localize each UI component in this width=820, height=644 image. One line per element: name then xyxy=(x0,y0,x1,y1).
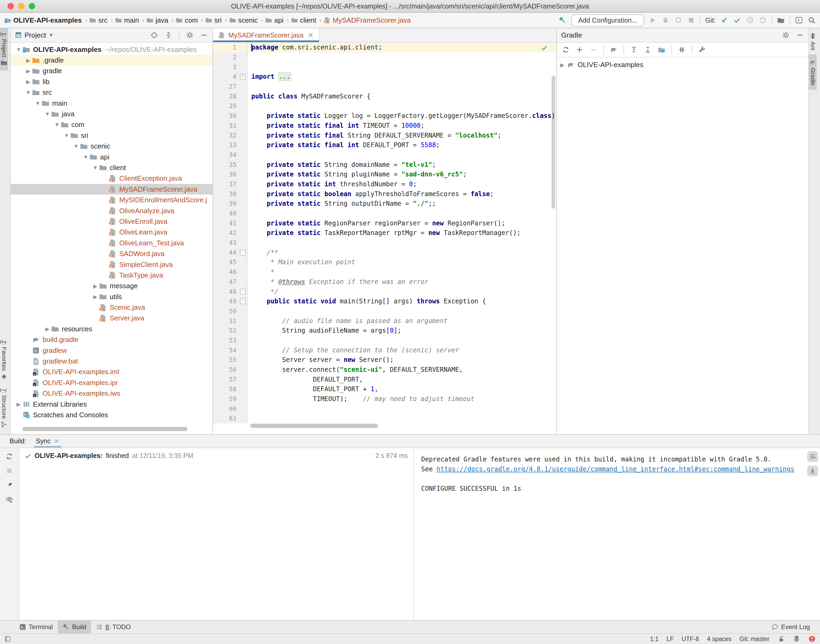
code-line-33[interactable]: 33 private static final int DEFAULT_PORT… xyxy=(213,140,556,150)
chevron-down-icon[interactable]: ▼ xyxy=(44,111,51,117)
group-modules-icon[interactable] xyxy=(657,46,666,54)
line-number[interactable]: 37 xyxy=(213,179,238,189)
fold-marker-icon[interactable]: − xyxy=(238,296,247,306)
tree-item-resources[interactable]: ▶resources xyxy=(11,324,212,334)
code-editor[interactable]: 1package com.sri.scenic.api.client;234+i… xyxy=(213,43,556,434)
breadcrumb-item-sri[interactable]: sri xyxy=(205,16,221,25)
line-number[interactable]: 40 xyxy=(213,209,238,218)
line-number[interactable]: 30 xyxy=(213,111,238,121)
tree-item-simpleclient-java[interactable]: JSimpleClient.java xyxy=(11,259,212,270)
sync-tab[interactable]: Sync ✕ xyxy=(34,437,61,448)
tool-stripe-project[interactable]: 1: Project xyxy=(0,28,8,71)
execute-gradle-task-icon[interactable] xyxy=(610,46,618,54)
tree-item-olive-api-examples[interactable]: ▼OLIVE-API-examples~/repos/OLIVE-API-exa… xyxy=(11,44,212,55)
tree-item-scratches-and-consoles[interactable]: Scratches and Consoles xyxy=(11,409,212,420)
chevron-down-icon[interactable]: ▼ xyxy=(72,143,80,149)
line-number[interactable]: 1 xyxy=(213,43,238,52)
line-number[interactable]: 50 xyxy=(213,306,238,316)
code-line-43[interactable]: 43 xyxy=(213,238,556,248)
line-number[interactable]: 39 xyxy=(213,199,238,209)
line-number[interactable]: 61 xyxy=(213,414,238,423)
line-number[interactable]: 48 xyxy=(213,287,238,296)
local-changes-icon[interactable] xyxy=(777,16,785,24)
tree-item-clientexception-java[interactable]: JClientException.java xyxy=(11,173,212,184)
tree-item-gradlew-bat[interactable]: gradlew.bat xyxy=(11,356,212,366)
line-number[interactable]: 36 xyxy=(213,170,238,179)
tree-item-sadword-java[interactable]: JSADWord.java xyxy=(11,248,212,259)
line-number[interactable]: 43 xyxy=(213,238,238,248)
git-commit-icon[interactable] xyxy=(733,16,741,24)
tree-item-main[interactable]: ▼main xyxy=(11,98,212,109)
tree-item-olive-api-examples-iws[interactable]: OLIVE-API-examples.iws xyxy=(11,388,212,399)
refresh-gradle-icon[interactable] xyxy=(562,46,570,54)
toolwindow-event-log[interactable]: Event Log xyxy=(767,623,815,631)
pin-tab-icon[interactable] xyxy=(5,481,13,489)
line-number[interactable]: 27 xyxy=(213,82,238,92)
tool-stripe-gradle[interactable]: Gradle xyxy=(809,55,817,90)
tool-stripe-ant[interactable]: Ant xyxy=(809,28,817,55)
tree-item--gradle[interactable]: ▶.gradle xyxy=(11,55,212,66)
breadcrumb-item-main[interactable]: main xyxy=(115,16,139,25)
run-anything-icon[interactable] xyxy=(795,16,803,24)
code-line-58[interactable]: 58 DEFAULT_PORT + 1, xyxy=(213,384,556,394)
line-number[interactable]: 29 xyxy=(213,101,238,111)
line-number[interactable]: 52 xyxy=(213,326,238,336)
status-line-separator[interactable]: LF xyxy=(666,635,674,642)
chevron-right-icon[interactable]: ▶ xyxy=(92,293,99,300)
chevron-down-icon[interactable]: ▼ xyxy=(49,32,54,38)
hide-panel-icon[interactable] xyxy=(200,31,208,39)
chevron-down-icon[interactable]: ▼ xyxy=(53,122,61,128)
code-line-50[interactable]: 50 xyxy=(213,306,556,316)
line-number[interactable]: 3 xyxy=(213,62,238,72)
code-line-47[interactable]: 47 * @throws Exception if there was an e… xyxy=(213,277,556,287)
locate-file-icon[interactable] xyxy=(150,31,158,39)
tree-item-external-libraries[interactable]: ▶External Libraries xyxy=(11,399,212,409)
status-indent-style[interactable]: 4 spaces xyxy=(707,635,731,642)
chevron-down-icon[interactable]: ▼ xyxy=(92,165,99,171)
fold-marker-icon[interactable]: + xyxy=(238,72,247,82)
line-number[interactable]: 28 xyxy=(213,91,238,101)
editor-vertical-scrollbar[interactable] xyxy=(552,75,555,209)
chevron-right-icon[interactable]: ▶ xyxy=(560,62,564,68)
close-sync-tab-icon[interactable]: ✕ xyxy=(54,437,59,445)
chevron-down-icon[interactable]: ▼ xyxy=(25,89,32,95)
gradle-warning-link[interactable]: https://docs.gradle.org/4.8.1/userguide/… xyxy=(437,465,794,473)
tree-item-scenic[interactable]: ▼scenic xyxy=(11,141,212,152)
tree-item-sri[interactable]: ▼sri xyxy=(11,130,212,141)
tree-item-java[interactable]: ▼java xyxy=(11,109,212,119)
tree-item-api[interactable]: ▼api xyxy=(11,152,212,163)
build-status-row[interactable]: OLIVE-API-examples: finished at 12/11/19… xyxy=(25,452,408,460)
line-number[interactable]: 53 xyxy=(213,336,238,345)
line-number[interactable]: 58 xyxy=(213,384,238,394)
run-icon[interactable] xyxy=(649,16,657,24)
code-line-53[interactable]: 53 xyxy=(213,336,556,345)
line-number[interactable]: 56 xyxy=(213,365,238,375)
search-everywhere-icon[interactable] xyxy=(808,16,816,24)
tree-item-olive-api-examples-iml[interactable]: OLIVE-API-examples.iml xyxy=(11,367,212,377)
filter-messages-icon[interactable] xyxy=(5,495,13,503)
line-number[interactable]: 51 xyxy=(213,316,238,326)
breadcrumb-item-scenic[interactable]: scenic xyxy=(229,16,258,25)
chevron-right-icon[interactable]: ▶ xyxy=(25,78,32,85)
line-number[interactable]: 44 xyxy=(213,247,238,257)
gear-icon[interactable] xyxy=(782,31,790,39)
code-line-59[interactable]: 59 TIMEOUT); // may need to adjust timeo… xyxy=(213,394,556,404)
code-line-30[interactable]: 30 private static Logger log = LoggerFac… xyxy=(213,111,556,121)
line-number[interactable]: 33 xyxy=(213,140,238,150)
tree-item-mysadframescorer-java[interactable]: JMySADFrameScorer.java xyxy=(11,184,212,195)
fold-marker-icon[interactable]: − xyxy=(238,247,247,257)
code-line-2[interactable]: 2 xyxy=(213,52,556,62)
toolwindow-terminal[interactable]: Terminal xyxy=(14,621,58,633)
line-number[interactable]: 32 xyxy=(213,130,238,140)
breadcrumb-item-src[interactable]: src xyxy=(89,16,107,25)
code-line-1[interactable]: 1package com.sri.scenic.api.client; xyxy=(213,43,556,52)
breadcrumb-item-java[interactable]: java xyxy=(146,16,168,25)
code-line-36[interactable]: 36 private static String pluginName = "s… xyxy=(213,170,556,179)
code-line-61[interactable]: 61 xyxy=(213,414,556,423)
fold-marker-icon[interactable]: − xyxy=(238,287,247,296)
expand-all-icon[interactable] xyxy=(630,46,638,54)
line-number[interactable]: 59 xyxy=(213,394,238,404)
code-line-49[interactable]: 49− public static void main(String[] arg… xyxy=(213,296,556,306)
tree-item-mysidenrollmentandscore-j[interactable]: JMySIDEnrollmentAndScore.j xyxy=(11,195,212,205)
tree-item-scenic-java[interactable]: JScenic.java xyxy=(11,302,212,313)
